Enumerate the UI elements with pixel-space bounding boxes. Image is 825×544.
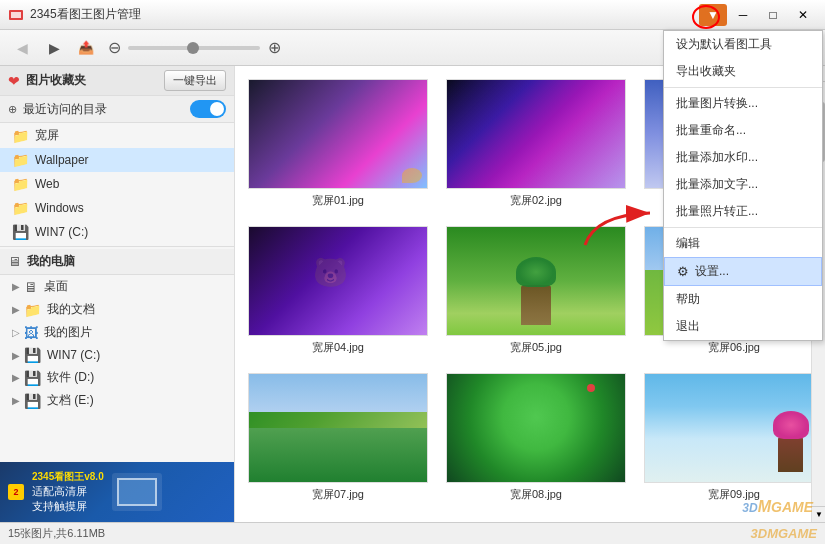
image-item-1[interactable]: 宽屏01.jpg [243, 74, 433, 213]
folder-name: Web [35, 177, 59, 191]
menu-label: 设置... [695, 263, 729, 280]
maximize-button[interactable]: □ [759, 4, 787, 26]
menu-divider-2 [664, 227, 822, 228]
tree-label: 我的图片 [44, 324, 92, 341]
tree-item-desktop[interactable]: ▶ 🖥 桌面 [0, 275, 234, 298]
tree-item-soft-d[interactable]: ▶ 💾 软件 (D:) [0, 366, 234, 389]
menu-label: 编辑 [676, 235, 700, 252]
minimize-button[interactable]: ─ [729, 4, 757, 26]
drive-icon: 💾 [24, 393, 41, 409]
menu-label: 退出 [676, 318, 700, 335]
image-filename-8: 宽屏08.jpg [510, 487, 562, 502]
banner-content: 2345看图王v8.0 适配高清屏 支持触摸屏 [32, 470, 104, 514]
divider [0, 246, 234, 247]
expand-icon: ▶ [12, 395, 20, 406]
menu-item-batch-convert[interactable]: 批量图片转换... [664, 90, 822, 117]
image-filename-5: 宽屏05.jpg [510, 340, 562, 355]
status-text: 15张图片,共6.11MB [8, 526, 105, 541]
menu-label: 批量添加水印... [676, 149, 758, 166]
tree-item-win7c[interactable]: ▶ 💾 WIN7 (C:) [0, 344, 234, 366]
expand-icon: ▶ [12, 281, 20, 292]
zoom-control: ⊖ ⊕ [104, 38, 284, 58]
folder-icon: 📁 [24, 302, 41, 318]
image-item-2[interactable]: 宽屏02.jpg [441, 74, 631, 213]
back-button[interactable]: ◀ [8, 34, 36, 62]
favorites-header: ❤ 图片收藏夹 一键导出 [0, 66, 234, 96]
image-item-7[interactable]: 宽屏07.jpg [243, 368, 433, 507]
image-item-8[interactable]: 宽屏08.jpg [441, 368, 631, 507]
heart-icon: ❤ [8, 73, 20, 89]
tree-label: WIN7 (C:) [47, 348, 100, 362]
tree-item-my-docs[interactable]: ▶ 📁 我的文档 [0, 298, 234, 321]
export-button[interactable]: 一键导出 [164, 70, 226, 91]
zoom-in-button[interactable]: ⊕ [264, 38, 284, 58]
menu-item-batch-text[interactable]: 批量添加文字... [664, 171, 822, 198]
folder-item-kuanping[interactable]: 📁 宽屏 [0, 123, 234, 148]
zoom-thumb[interactable] [187, 42, 199, 54]
folder-item-wallpaper[interactable]: 📁 Wallpaper [0, 148, 234, 172]
desktop-icon: 🖥 [24, 279, 38, 295]
expand-icon: ▶ [12, 372, 20, 383]
menu-item-settings[interactable]: ⚙ 设置... [664, 257, 822, 286]
menu-label: 帮助 [676, 291, 700, 308]
folder-name: 宽屏 [35, 127, 59, 144]
sidebar-banner: 2 2345看图王v8.0 适配高清屏 支持触摸屏 [0, 462, 234, 522]
folder-icon: 📁 [12, 200, 29, 216]
menu-label: 批量添加文字... [676, 176, 758, 193]
tree-label: 软件 (D:) [47, 369, 94, 386]
banner-line2: 支持触摸屏 [32, 499, 104, 514]
upload-button[interactable]: 📤 [72, 34, 100, 62]
app-icon [8, 7, 24, 23]
computer-icon: 🖥 [8, 254, 21, 269]
expand-icon: ▶ [12, 350, 20, 361]
menu-item-edit[interactable]: 编辑 [664, 230, 822, 257]
favorites-label: 图片收藏夹 [26, 72, 164, 89]
folder-icon: 📁 [12, 176, 29, 192]
status-bar: 15张图片,共6.11MB 3DMGAME [0, 522, 825, 544]
folder-item-web[interactable]: 📁 Web [0, 172, 234, 196]
drive-item-c[interactable]: 💾 WIN7 (C:) [0, 220, 234, 244]
menu-item-batch-watermark[interactable]: 批量添加水印... [664, 144, 822, 171]
forward-button[interactable]: ▶ [40, 34, 68, 62]
tree-item-my-pics[interactable]: ▷ 🖼 我的图片 [0, 321, 234, 344]
settings-icon: ⚙ [677, 264, 689, 279]
recent-icon: ⊕ [8, 103, 17, 116]
status-right: 3DMGAME [751, 526, 817, 541]
pics-icon: 🖼 [24, 325, 38, 341]
toggle-switch[interactable] [190, 100, 226, 118]
drive-icon: 💾 [24, 347, 41, 363]
scroll-down-button[interactable]: ▼ [812, 506, 825, 522]
image-item-4[interactable]: 🐻 宽屏04.jpg [243, 221, 433, 360]
image-item-5[interactable]: 宽屏05.jpg [441, 221, 631, 360]
banner-image [112, 473, 162, 511]
menu-item-batch-rotate[interactable]: 批量照片转正... [664, 198, 822, 225]
dropdown-menu: 设为默认看图工具 导出收藏夹 批量图片转换... 批量重命名... 批量添加水印… [663, 30, 823, 341]
title-controls: ▼ ─ □ ✕ [699, 4, 817, 26]
menu-item-exit[interactable]: 退出 [664, 313, 822, 340]
dropdown-button[interactable]: ▼ [699, 4, 727, 26]
menu-item-batch-rename[interactable]: 批量重命名... [664, 117, 822, 144]
svg-rect-1 [11, 12, 21, 18]
recent-label: 最近访问的目录 [23, 101, 190, 118]
zoom-out-button[interactable]: ⊖ [104, 38, 124, 58]
image-filename-4: 宽屏04.jpg [312, 340, 364, 355]
tree-item-docs-e[interactable]: ▶ 💾 文档 (E:) [0, 389, 234, 412]
title-text: 2345看图王图片管理 [30, 6, 699, 23]
image-filename-1: 宽屏01.jpg [312, 193, 364, 208]
image-thumbnail-4: 🐻 [248, 226, 428, 336]
menu-item-export-fav[interactable]: 导出收藏夹 [664, 58, 822, 85]
watermark-text: 3DMGAME [751, 526, 817, 541]
image-item-9[interactable]: 宽屏09.jpg [639, 368, 811, 507]
image-filename-9: 宽屏09.jpg [708, 487, 760, 502]
expand-icon: ▶ [12, 304, 20, 315]
menu-item-set-default[interactable]: 设为默认看图工具 [664, 31, 822, 58]
banner-line1: 适配高清屏 [32, 484, 104, 499]
menu-item-help[interactable]: 帮助 [664, 286, 822, 313]
folder-name: Windows [35, 201, 84, 215]
sidebar: ❤ 图片收藏夹 一键导出 ⊕ 最近访问的目录 📁 宽屏 📁 Wallpaper [0, 66, 235, 522]
my-computer-header: 🖥 我的电脑 [0, 249, 234, 275]
close-button[interactable]: ✕ [789, 4, 817, 26]
zoom-slider[interactable] [128, 46, 260, 50]
folder-item-windows[interactable]: 📁 Windows [0, 196, 234, 220]
menu-label: 批量图片转换... [676, 95, 758, 112]
